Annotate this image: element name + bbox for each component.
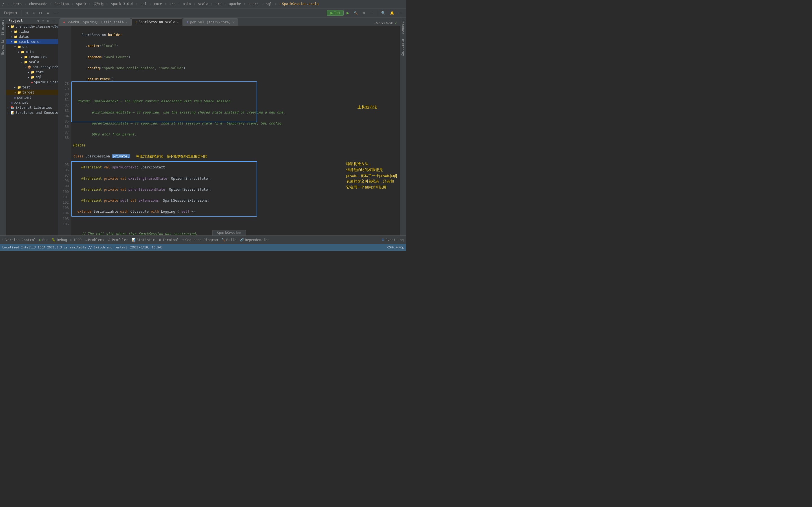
debug-btn[interactable]: 🐛 Debug bbox=[52, 238, 67, 242]
tree-item-resources[interactable]: ▸ 📁 resources bbox=[6, 54, 58, 59]
tab-xml-icon: m bbox=[187, 20, 189, 24]
tab-close-pom-icon[interactable]: ✕ bbox=[233, 20, 234, 24]
event-log-btn[interactable]: ② Event Log bbox=[382, 238, 404, 242]
tree-item-scratches[interactable]: ▸ 📝 Scratches and Consoles bbox=[6, 110, 58, 115]
reload-button[interactable]: ↻ bbox=[361, 10, 367, 15]
tree-item-target[interactable]: ▾ 📁 target bbox=[6, 90, 58, 95]
right-panel: Database Hierarchy bbox=[400, 17, 406, 235]
scala-file-icon: ◆ bbox=[31, 80, 33, 84]
tree-item-pom-spark[interactable]: m pom.xml bbox=[6, 95, 58, 100]
reader-mode-button[interactable]: Reader Mode ✓ bbox=[373, 21, 399, 25]
run-btn[interactable]: ▶ Run bbox=[39, 238, 48, 242]
tab-spark01[interactable]: ◆ Spark01_SparkSQL_Basic.scala ✕ bbox=[59, 18, 131, 25]
tab-pom[interactable]: m pom.xml (spark-core) ✕ bbox=[183, 18, 238, 25]
aux-constructor-label: 辅助构造方法，但是他的访问权限也是private，他写了一个private[sq… bbox=[346, 161, 397, 190]
more-button[interactable]: ⋯ bbox=[397, 10, 404, 15]
right-tab-database[interactable]: Database bbox=[400, 17, 406, 37]
folder-icon: 📁 bbox=[31, 70, 35, 74]
folder-icon: 📁 bbox=[14, 40, 18, 44]
code-line-79: class SparkSession private( 构造方法被私有化，是不能… bbox=[73, 154, 398, 159]
code-line: Params: sparkContext – The Spark context… bbox=[73, 99, 398, 104]
search-everywhere-button[interactable]: 🔍 bbox=[379, 10, 387, 15]
collapse-icon: ▸ bbox=[11, 30, 13, 34]
expand-icon: ▾ bbox=[24, 65, 26, 69]
status-message: Localized IntelliJ IDEA 2021.3.3 is avai… bbox=[2, 245, 163, 249]
folder-icon: 📁 bbox=[17, 86, 21, 89]
main-constructor-label: 主构造方法 bbox=[357, 105, 377, 110]
sidebar-sync-btn[interactable]: ⊕ bbox=[36, 19, 40, 22]
sidebar-close-btn[interactable]: — bbox=[51, 19, 56, 22]
tabs-bar: ◆ Spark01_SparkSQL_Basic.scala ✕ ⚡ Spark… bbox=[58, 17, 400, 26]
settings-button[interactable]: ⚙ bbox=[45, 10, 51, 15]
folder-icon: 📁 bbox=[31, 75, 35, 79]
tree-item-src[interactable]: ▾ 📁 src bbox=[6, 44, 58, 49]
tree-item-scala[interactable]: ▾ 📁 scala bbox=[6, 59, 58, 64]
library-icon: 📚 bbox=[10, 106, 14, 110]
left-tab-bookmarks[interactable]: Bookmarks bbox=[0, 37, 6, 57]
code-line: .master("local") bbox=[73, 43, 398, 49]
project-dropdown-button[interactable]: Project ▾ bbox=[2, 10, 19, 15]
folder-icon: 📁 bbox=[24, 60, 28, 64]
profiler-btn[interactable]: ⏱ Profiler bbox=[108, 238, 128, 242]
flatten-button[interactable]: ≡ bbox=[31, 10, 36, 15]
close-panel-button[interactable]: — bbox=[52, 10, 59, 15]
run-button[interactable]: ▶ bbox=[345, 10, 351, 15]
build-bottom-btn[interactable]: 🔨 Build bbox=[221, 238, 237, 242]
statistic-btn[interactable]: 📊 Statistic bbox=[132, 238, 155, 242]
toolbar: Project ▾ ⊕ ≡ ⊟ ⚙ — ▶ Test ▶ 🔨 ↻ ⋯ 🔍 🔔 ⋯ bbox=[0, 8, 406, 17]
tab-spark-icon: ⚡ bbox=[135, 20, 137, 24]
folder-icon: 📁 bbox=[10, 25, 14, 29]
version-control-btn[interactable]: ⑂ Version Control bbox=[2, 238, 36, 242]
project-sidebar: Project ⊕ ≡ ⚙ — ▾ 📁 chenyunde-classse ~/… bbox=[6, 17, 58, 235]
dependencies-btn[interactable]: 🔗 Dependencies bbox=[240, 238, 269, 242]
editor-area[interactable]: 78 79 80 81 82 83 84 85 86 87 88 bbox=[58, 26, 400, 235]
tree-item-spark-core[interactable]: ▾ 📁 spark-core bbox=[6, 39, 58, 44]
code-text: SparkSession.builder .master("local") .a… bbox=[71, 26, 400, 235]
expand-icon: ▾ bbox=[14, 45, 16, 49]
collapse-icon: ▸ bbox=[7, 106, 9, 110]
tree-item-package[interactable]: ▾ 📦 com.chenyunde.bigdata.spark bbox=[6, 64, 58, 69]
tree-item-sql[interactable]: ▾ 📁 sql bbox=[6, 75, 58, 80]
sidebar-settings-btn[interactable]: ⚙ bbox=[46, 19, 50, 22]
collapse-button[interactable]: ⊟ bbox=[38, 10, 44, 15]
notifications-button[interactable]: 🔔 bbox=[388, 10, 396, 15]
sidebar-flatten-btn[interactable]: ≡ bbox=[42, 19, 45, 22]
bottom-toolbar: ⑂ Version Control ▶ Run 🐛 Debug ☑ TODO ⚠… bbox=[0, 235, 406, 244]
tab-close-active-icon[interactable]: ✕ bbox=[177, 20, 179, 24]
problems-btn[interactable]: ⚠ Problems bbox=[85, 238, 104, 242]
tab-sparksession[interactable]: ⚡ SparkSession.scala ✕ bbox=[132, 18, 183, 25]
left-tab-structure[interactable]: Structure bbox=[0, 17, 6, 37]
sequence-icon: ↔ bbox=[182, 238, 184, 242]
code-line: parentSessionState – If supplied, inheri… bbox=[73, 121, 398, 126]
statistic-icon: 📊 bbox=[132, 238, 136, 242]
tree-item-main[interactable]: ▾ 📁 main bbox=[6, 49, 58, 54]
problems-icon: ⚠ bbox=[85, 238, 87, 242]
expand-icon: ▾ bbox=[21, 60, 23, 64]
todo-btn[interactable]: ☑ TODO bbox=[70, 238, 82, 242]
tree-item-core[interactable]: ▸ 📁 core bbox=[6, 69, 58, 75]
expand-icon: ▾ bbox=[28, 75, 30, 79]
tree-item-external-libs[interactable]: ▸ 📚 External Libraries bbox=[6, 105, 58, 110]
code-line-83: @transient private[sql] val extensions: … bbox=[73, 198, 398, 204]
tree-item-spark01[interactable]: ◆ Spark01_SparkSQL_Basic bbox=[6, 80, 58, 85]
tab-close-icon[interactable]: ✕ bbox=[125, 20, 127, 24]
more-actions-button[interactable]: ⋯ bbox=[368, 10, 375, 15]
sequence-diagram-btn[interactable]: ↔ Sequence Diagram bbox=[182, 238, 218, 242]
expand-icon: ▾ bbox=[17, 50, 19, 54]
sync-button[interactable]: ⊕ bbox=[24, 10, 30, 15]
tree-item-pom-root[interactable]: m pom.xml bbox=[6, 100, 58, 105]
tree-item-root[interactable]: ▾ 📁 chenyunde-classse ~/Desktop/chenyund… bbox=[6, 24, 58, 29]
right-tab-hierarchy[interactable]: Hierarchy bbox=[400, 37, 406, 58]
build-button[interactable]: 🔨 bbox=[352, 10, 359, 15]
tree-item-test[interactable]: ▸ 📁 test bbox=[6, 85, 58, 90]
tree-item-idea[interactable]: ▸ 📁 .idea bbox=[6, 29, 58, 34]
code-content: 78 79 80 81 82 83 84 85 86 87 88 bbox=[58, 26, 400, 235]
xml-file-icon: m bbox=[11, 101, 13, 105]
status-right: CS⑦:水水▲ bbox=[388, 245, 404, 249]
tree-item-datas[interactable]: ▸ 📁 datas bbox=[6, 34, 58, 39]
run-test-button[interactable]: ▶ Test bbox=[327, 10, 344, 16]
build-icon: 🔨 bbox=[221, 238, 225, 242]
expand-icon: ▾ bbox=[14, 91, 16, 94]
breadcrumb: / › Users › chenyunde › Desktop › spark … bbox=[2, 2, 319, 6]
terminal-btn[interactable]: 🖥 Terminal bbox=[158, 238, 179, 242]
